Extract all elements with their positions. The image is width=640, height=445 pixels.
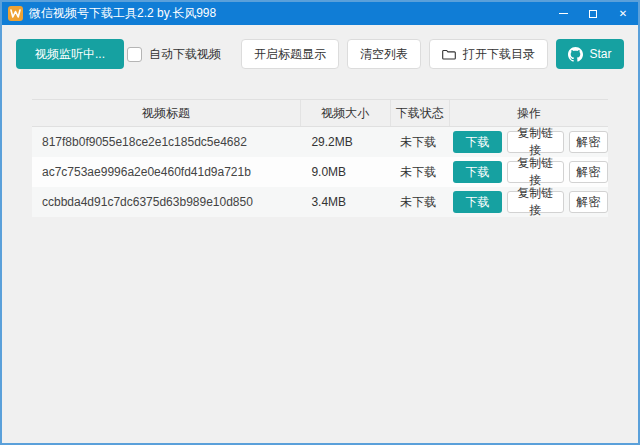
- auto-download-checkbox-group[interactable]: 自动下载视频: [127, 46, 221, 63]
- video-size-cell: 3.4MB: [299, 187, 388, 217]
- video-title-cell: ac7c753ae9996a2e0e460fd41d9a721b: [32, 157, 299, 187]
- operation-cell: 下载 复制链接 解密: [448, 127, 608, 157]
- toolbar: 视频监听中... 自动下载视频 开启标题显示 清空列表 打开下载目录 Star: [16, 39, 624, 69]
- star-label: Star: [589, 47, 611, 61]
- download-status-cell: 未下载: [389, 157, 448, 187]
- operation-cell: 下载 复制链接 解密: [448, 187, 608, 217]
- download-button[interactable]: 下载: [453, 191, 502, 213]
- download-status-cell: 未下载: [389, 127, 448, 157]
- titlebar: 微信视频号下载工具2.2 by.长风998 ✕: [2, 2, 638, 25]
- video-size-cell: 29.2MB: [299, 127, 388, 157]
- video-size-cell: 9.0MB: [299, 157, 388, 187]
- close-button[interactable]: ✕: [608, 2, 638, 25]
- header-video-size: 视频大小: [300, 100, 389, 126]
- copy-link-button[interactable]: 复制链接: [507, 131, 564, 153]
- decrypt-button[interactable]: 解密: [569, 191, 608, 213]
- open-download-dir-button[interactable]: 打开下载目录: [429, 39, 548, 69]
- minimize-icon: [559, 13, 568, 14]
- header-download-status: 下载状态: [390, 100, 450, 126]
- decrypt-button[interactable]: 解密: [569, 131, 608, 153]
- star-button[interactable]: Star: [556, 39, 624, 69]
- table-row: ccbbda4d91c7dc6375d63b989e10d850 3.4MB 未…: [32, 187, 608, 217]
- app-icon: [8, 6, 23, 21]
- github-icon: [568, 47, 583, 62]
- minimize-button[interactable]: [548, 2, 578, 25]
- copy-link-button[interactable]: 复制链接: [507, 191, 564, 213]
- video-title-cell: ccbbda4d91c7dc6375d63b989e10d850: [32, 187, 299, 217]
- table-header-row: 视频标题 视频大小 下载状态 操作: [32, 99, 608, 127]
- maximize-icon: [589, 10, 597, 18]
- table-row: 817f8b0f9055e18ce2e1c185dc5e4682 29.2MB …: [32, 127, 608, 157]
- decrypt-button[interactable]: 解密: [569, 161, 608, 183]
- download-button[interactable]: 下载: [453, 131, 502, 153]
- download-status-cell: 未下载: [389, 187, 448, 217]
- video-table: 视频标题 视频大小 下载状态 操作 817f8b0f9055e18ce2e1c1…: [32, 99, 608, 217]
- header-video-title: 视频标题: [32, 100, 300, 126]
- auto-download-label: 自动下载视频: [149, 46, 221, 63]
- folder-icon: [442, 48, 456, 60]
- listen-status-button[interactable]: 视频监听中...: [16, 39, 124, 69]
- open-download-dir-label: 打开下载目录: [463, 46, 535, 63]
- video-title-cell: 817f8b0f9055e18ce2e1c185dc5e4682: [32, 127, 299, 157]
- auto-download-checkbox[interactable]: [127, 47, 142, 62]
- table-row: ac7c753ae9996a2e0e460fd41d9a721b 9.0MB 未…: [32, 157, 608, 187]
- header-operation: 操作: [449, 100, 608, 126]
- maximize-button[interactable]: [578, 2, 608, 25]
- window-title: 微信视频号下载工具2.2 by.长风998: [29, 5, 216, 22]
- table-body: 817f8b0f9055e18ce2e1c185dc5e4682 29.2MB …: [32, 127, 608, 217]
- clear-list-button[interactable]: 清空列表: [347, 39, 421, 69]
- toggle-title-display-button[interactable]: 开启标题显示: [241, 39, 339, 69]
- copy-link-button[interactable]: 复制链接: [507, 161, 564, 183]
- app-window: 微信视频号下载工具2.2 by.长风998 ✕ 视频监听中... 自动下载视频 …: [0, 0, 640, 445]
- operation-cell: 下载 复制链接 解密: [448, 157, 608, 187]
- download-button[interactable]: 下载: [453, 161, 502, 183]
- window-controls: ✕: [548, 2, 638, 25]
